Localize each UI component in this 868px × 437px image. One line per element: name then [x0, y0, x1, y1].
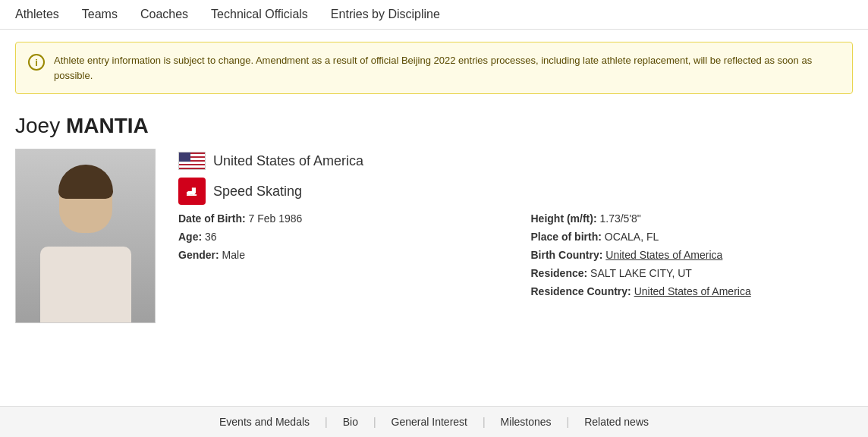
age-value: 36 [205, 231, 217, 243]
flag-canton [179, 152, 190, 162]
alert-message: Athlete entry information is subject to … [54, 53, 840, 83]
residence-full-item: Residence: SALT LAKE CITY, UT [531, 267, 854, 279]
country-row: United States of America [178, 152, 853, 170]
nav-teams[interactable]: Teams [82, 8, 118, 21]
hair-overlay [58, 165, 113, 199]
birth-country-value[interactable]: United States of America [605, 249, 722, 261]
residence-country-item: Residence Country: United States of Amer… [531, 285, 854, 297]
athlete-photo [15, 149, 156, 323]
age-label: Age: [178, 231, 202, 243]
details-grid: Date of Birth: 7 Feb 1986 Height (m/ft):… [178, 212, 853, 297]
nav-technical-officials[interactable]: Technical Officials [211, 8, 308, 21]
profile-details: United States of America ⛸ Speed Skating… [178, 149, 853, 323]
sport-row: ⛸ Speed Skating [178, 178, 853, 205]
residence-country-value[interactable]: United States of America [634, 285, 751, 297]
height-label: Height (m/ft): [531, 212, 597, 225]
alert-banner: i Athlete entry information is subject t… [15, 42, 853, 94]
nav-coaches[interactable]: Coaches [140, 8, 188, 21]
dob-value: 7 Feb 1986 [249, 212, 303, 225]
residence-value: SALT LAKE CITY, UT [590, 267, 692, 279]
dob-label: Date of Birth: [178, 212, 246, 225]
nav-entries-by-discipline[interactable]: Entries by Discipline [331, 8, 440, 21]
height-value: 1.73/5'8" [599, 212, 640, 225]
dob-item: Date of Birth: 7 Feb 1986 [178, 212, 501, 225]
pob-item: Place of birth: OCALA, FL [531, 231, 854, 243]
flag-stripe-4 [179, 164, 205, 165]
pob-label: Place of birth: [531, 231, 602, 243]
athlete-last-name: MANTIA [66, 114, 149, 137]
residence-item [178, 267, 501, 279]
athlete-first-name: Joey [15, 114, 60, 137]
sport-name: Speed Skating [213, 184, 302, 200]
nav-athletes[interactable]: Athletes [15, 8, 59, 21]
athlete-name: Joey MANTIA [0, 106, 868, 149]
residence-label: Residence: [531, 267, 588, 279]
gender-label: Gender: [178, 249, 219, 261]
sport-icon: ⛸ [178, 178, 206, 205]
us-flag-icon [178, 152, 206, 170]
flag-stripe-5 [179, 168, 205, 169]
profile-section: United States of America ⛸ Speed Skating… [0, 149, 868, 323]
alert-icon: i [28, 54, 45, 71]
gender-item: Gender: Male [178, 249, 501, 261]
main-nav: Athletes Teams Coaches Technical Officia… [0, 0, 868, 30]
birth-country-label: Birth Country: [531, 249, 603, 261]
photo-placeholder [16, 149, 155, 322]
gender-value: Male [222, 249, 245, 261]
birth-country-item: Birth Country: United States of America [531, 249, 854, 261]
age-item: Age: 36 [178, 231, 501, 243]
country-name: United States of America [213, 153, 363, 169]
pob-value: OCALA, FL [605, 231, 659, 243]
height-item: Height (m/ft): 1.73/5'8" [531, 212, 854, 225]
residence-country-label: Residence Country: [531, 285, 631, 297]
